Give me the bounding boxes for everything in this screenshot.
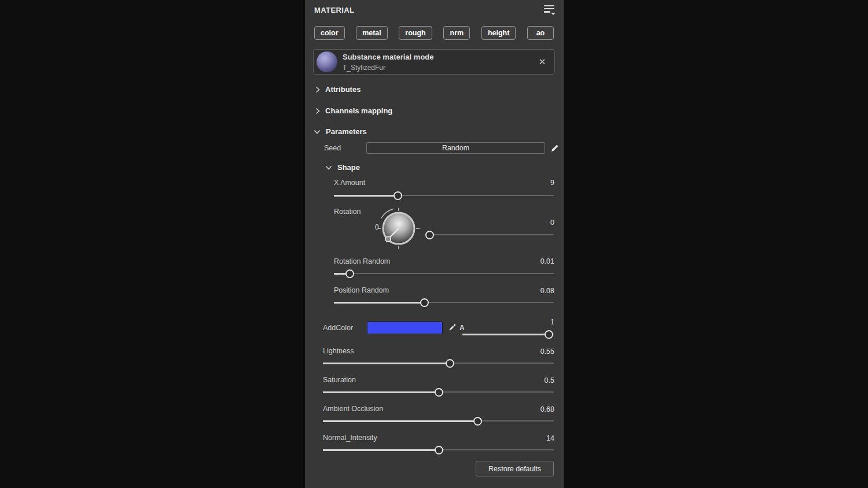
map-button-rough[interactable]: rough xyxy=(399,26,432,40)
ambient-occlusion-slider[interactable] xyxy=(323,417,554,425)
lightness-label: Lightness xyxy=(323,347,354,355)
section-channels-mapping[interactable]: Channels mapping xyxy=(315,106,392,115)
restore-defaults-button[interactable]: Restore defaults xyxy=(476,461,554,476)
rotation-value: 0 xyxy=(550,219,554,227)
knob-handle[interactable] xyxy=(385,236,391,242)
chevron-right-icon xyxy=(315,108,320,114)
chevron-down-icon xyxy=(325,165,332,170)
saturation-label: Saturation xyxy=(323,376,356,384)
material-panel: MATERIAL colormetalroughnrmheightao Subs… xyxy=(305,0,564,488)
seed-value-field[interactable]: Random xyxy=(366,142,545,154)
seed-label: Seed xyxy=(324,144,341,152)
slider-thumb[interactable] xyxy=(545,330,553,339)
saturation-slider[interactable] xyxy=(323,388,554,396)
slider-thumb[interactable] xyxy=(435,388,443,397)
map-button-metal[interactable]: metal xyxy=(356,26,388,40)
rotation-label: Rotation xyxy=(334,208,361,216)
alpha-slider[interactable] xyxy=(462,330,554,338)
position-random-value: 0.08 xyxy=(540,287,554,295)
material-sphere-thumbnail xyxy=(317,51,337,72)
x-amount-value: 9 xyxy=(550,179,554,187)
chevron-right-icon xyxy=(315,86,320,93)
slider-thumb[interactable] xyxy=(393,191,402,200)
chevron-down-icon xyxy=(551,13,556,15)
section-attributes[interactable]: Attributes xyxy=(315,85,361,94)
close-icon[interactable]: ✕ xyxy=(536,56,548,68)
add-color-label: AddColor xyxy=(323,324,353,332)
saturation-value: 0.5 xyxy=(545,376,554,385)
normal-intensity-slider[interactable] xyxy=(323,446,554,454)
ambient-occlusion-label: Ambient Occlusion xyxy=(323,405,383,413)
slider-thumb[interactable] xyxy=(435,446,443,454)
x-amount-slider[interactable] xyxy=(334,191,554,199)
lightness-slider[interactable] xyxy=(323,359,554,367)
rotation-slider[interactable] xyxy=(429,231,554,239)
edit-pencil-icon[interactable] xyxy=(550,143,560,153)
map-button-nrm[interactable]: nrm xyxy=(443,26,470,40)
eyedropper-icon[interactable] xyxy=(448,323,457,332)
rotation-knob[interactable] xyxy=(377,206,421,250)
rotation-random-label: Rotation Random xyxy=(334,257,390,265)
slider-thumb[interactable] xyxy=(345,269,354,278)
panel-title: MATERIAL xyxy=(314,6,354,14)
section-shape[interactable]: Shape xyxy=(325,163,360,172)
slider-thumb[interactable] xyxy=(446,359,454,368)
position-random-slider[interactable] xyxy=(334,298,554,306)
map-button-height[interactable]: height xyxy=(481,26,516,40)
rotation-random-slider[interactable] xyxy=(334,269,554,278)
map-buttons-row: colormetalroughnrmheightao xyxy=(314,26,554,41)
add-color-swatch[interactable] xyxy=(367,321,443,334)
normal-intensity-label: Normal_Intensity xyxy=(323,434,377,442)
slider-thumb[interactable] xyxy=(425,231,434,239)
map-button-ao[interactable]: ao xyxy=(527,26,554,40)
x-amount-label: X Amount xyxy=(334,179,365,187)
material-mode-title: Substance material mode xyxy=(343,53,434,61)
material-card[interactable]: Substance material mode T_StylizedFur ✕ xyxy=(313,49,555,75)
map-button-color[interactable]: color xyxy=(314,26,345,40)
chevron-down-icon xyxy=(314,130,321,134)
material-name: T_StylizedFur xyxy=(343,64,434,72)
panel-header: MATERIAL xyxy=(314,3,556,17)
sort-list-icon[interactable] xyxy=(544,5,556,15)
alpha-value: 1 xyxy=(550,318,554,326)
position-random-label: Position Random xyxy=(334,286,389,294)
lightness-value: 0.55 xyxy=(540,347,554,356)
ambient-occlusion-value: 0.68 xyxy=(540,405,554,413)
section-parameters[interactable]: Parameters xyxy=(314,127,367,136)
slider-thumb[interactable] xyxy=(420,298,429,307)
normal-intensity-value: 14 xyxy=(546,434,554,442)
slider-thumb[interactable] xyxy=(473,417,482,426)
rotation-random-value: 0.01 xyxy=(540,257,554,265)
